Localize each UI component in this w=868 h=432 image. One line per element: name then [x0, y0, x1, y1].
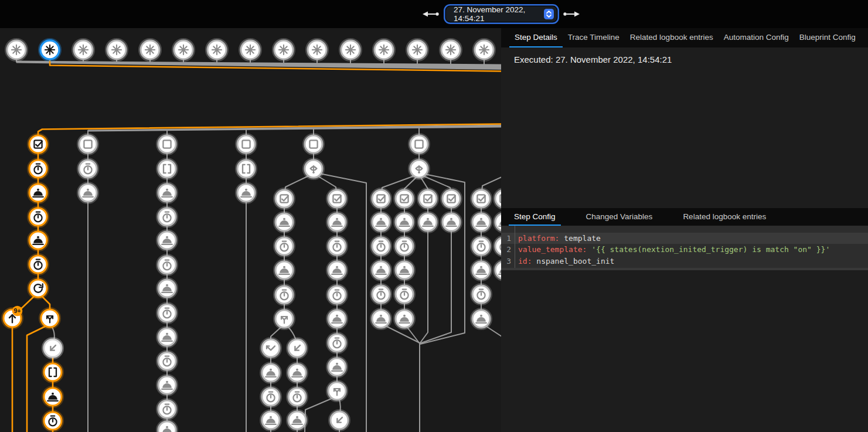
node-asterisk[interactable] — [106, 39, 128, 61]
node-check[interactable] — [28, 134, 49, 155]
node-asterisk[interactable] — [6, 39, 28, 61]
node-asterisk[interactable] — [273, 39, 295, 61]
node-asterisk[interactable] — [307, 39, 328, 61]
older-run-button[interactable] — [422, 10, 440, 20]
node-service[interactable] — [157, 183, 178, 203]
node-brackets[interactable] — [43, 362, 63, 383]
node-asterisk[interactable] — [373, 39, 395, 61]
node-service[interactable] — [327, 309, 348, 329]
node-asterisk[interactable] — [440, 39, 462, 61]
node-asterisk[interactable] — [340, 39, 362, 61]
trace-graph[interactable]: 9+ — [0, 28, 501, 432]
node-timer[interactable] — [471, 236, 492, 257]
node-service[interactable] — [157, 420, 178, 432]
node-timer[interactable] — [157, 207, 178, 227]
node-asterisk[interactable] — [474, 39, 495, 61]
tab-changed-variables[interactable]: Changed Variables — [581, 208, 658, 226]
node-check[interactable] — [274, 189, 295, 209]
node-timer[interactable] — [261, 387, 281, 407]
node-timer[interactable] — [157, 351, 178, 372]
node-service[interactable] — [287, 363, 308, 383]
node-service[interactable] — [327, 212, 348, 233]
node-service[interactable] — [78, 183, 98, 203]
node-timer[interactable] — [157, 255, 178, 275]
node-service[interactable] — [157, 327, 178, 348]
node-choose[interactable] — [304, 159, 324, 179]
node-service[interactable] — [371, 260, 392, 281]
node-service[interactable] — [157, 375, 178, 396]
node-service[interactable] — [327, 260, 348, 281]
tab-step-details[interactable]: Step Details — [509, 28, 563, 47]
node-service[interactable] — [371, 212, 392, 233]
node-timer[interactable] — [394, 236, 415, 257]
node-service[interactable] — [287, 410, 308, 431]
node-dl[interactable] — [287, 338, 308, 359]
tab-related-logbook-entries[interactable]: Related logbook entries — [678, 208, 771, 226]
node-miss[interactable] — [261, 338, 281, 359]
node-timer[interactable] — [28, 207, 49, 227]
node-service[interactable] — [394, 260, 415, 281]
node-service[interactable] — [327, 357, 348, 377]
node-check[interactable] — [494, 189, 502, 209]
node-service[interactable] — [471, 212, 492, 233]
node-check[interactable] — [418, 189, 438, 209]
tab-trace-timeline[interactable]: Trace Timeline — [563, 28, 625, 47]
node-asterisk[interactable] — [206, 39, 228, 61]
node-square[interactable] — [236, 134, 257, 155]
node-timer[interactable] — [327, 236, 348, 257]
node-service[interactable] — [28, 230, 49, 251]
node-timer[interactable] — [287, 387, 308, 407]
node-split[interactable] — [40, 308, 60, 329]
node-asterisk[interactable] — [407, 39, 428, 61]
node-timer[interactable] — [28, 159, 49, 179]
node-square[interactable] — [157, 134, 178, 155]
node-asterisk[interactable] — [173, 39, 195, 61]
node-service[interactable] — [441, 212, 462, 233]
node-timer[interactable] — [494, 236, 502, 257]
node-service[interactable] — [494, 212, 502, 233]
tab-related-logbook-entries[interactable]: Related logbook entries — [625, 28, 719, 47]
node-split[interactable] — [327, 381, 348, 402]
tab-automation-config[interactable]: Automation Config — [719, 28, 794, 47]
node-timer[interactable] — [274, 285, 295, 305]
node-check[interactable] — [371, 189, 392, 209]
tab-blueprint-config[interactable]: Blueprint Config — [794, 28, 861, 47]
node-up[interactable]: 9+ — [2, 306, 23, 329]
node-asterisk[interactable] — [39, 39, 61, 61]
node-service[interactable] — [418, 212, 438, 233]
node-choose[interactable] — [409, 159, 430, 179]
node-timer[interactable] — [78, 159, 98, 179]
run-select[interactable]: 27. November 2022, 14:54:21 — [446, 6, 557, 22]
node-brackets[interactable] — [236, 159, 257, 179]
node-square[interactable] — [304, 134, 324, 155]
node-service[interactable] — [394, 309, 415, 329]
node-brackets[interactable] — [157, 159, 178, 179]
node-service[interactable] — [494, 260, 502, 281]
node-service[interactable] — [471, 309, 492, 329]
newer-run-button[interactable] — [563, 10, 580, 20]
node-check[interactable] — [394, 189, 415, 209]
node-dl[interactable] — [329, 410, 350, 431]
node-service[interactable] — [261, 410, 281, 431]
node-check[interactable] — [471, 189, 492, 209]
node-service[interactable] — [261, 363, 281, 383]
node-service[interactable] — [274, 260, 295, 281]
node-timer[interactable] — [327, 285, 348, 305]
node-service[interactable] — [43, 387, 63, 407]
node-timer[interactable] — [471, 284, 492, 305]
node-service[interactable] — [157, 278, 178, 299]
node-service[interactable] — [236, 183, 257, 203]
node-service[interactable] — [157, 230, 178, 251]
node-timer[interactable] — [394, 284, 415, 305]
node-dl[interactable] — [43, 338, 63, 359]
node-timer[interactable] — [43, 411, 63, 431]
node-check[interactable] — [327, 189, 348, 209]
node-timer[interactable] — [371, 284, 392, 305]
node-split[interactable] — [274, 309, 295, 329]
node-refresh[interactable] — [28, 278, 49, 299]
tab-step-config[interactable]: Step Config — [509, 208, 561, 226]
node-asterisk[interactable] — [139, 39, 161, 61]
node-service[interactable] — [471, 260, 492, 281]
node-square[interactable] — [78, 134, 98, 155]
node-timer[interactable] — [371, 236, 392, 257]
